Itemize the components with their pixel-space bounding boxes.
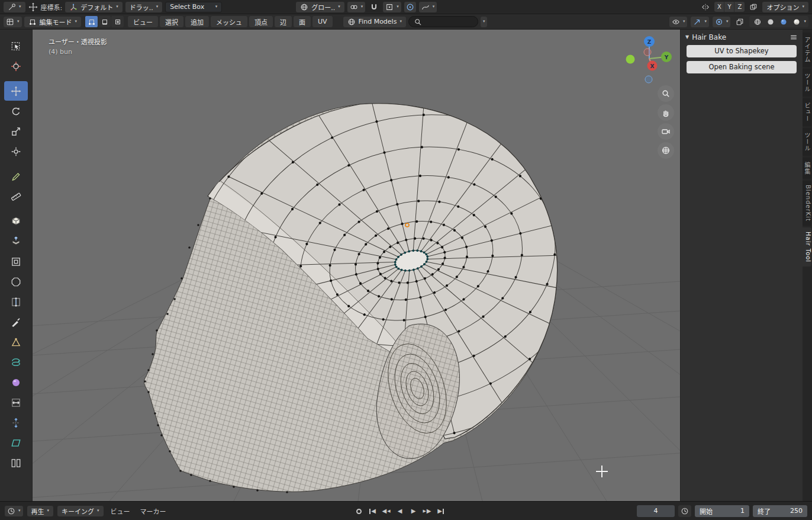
gizmos-dropdown[interactable]: ▾ [691, 17, 709, 27]
keying-dropdown[interactable]: キーイング ▾ [57, 506, 104, 516]
jump-to-start-button[interactable]: ◀ [366, 505, 379, 517]
tool-add-cube[interactable] [4, 211, 28, 231]
visibility-dropdown[interactable]: ▾ [669, 17, 688, 27]
perspective-toggle-button[interactable] [658, 142, 674, 159]
tool-select-box[interactable] [4, 36, 28, 56]
mode-dropdown[interactable]: 編集モード ▾ [24, 17, 82, 27]
timeline-menu-marker[interactable]: マーカー [137, 506, 169, 516]
menu-edge[interactable]: 辺 [275, 16, 292, 27]
menu-uv[interactable]: UV [312, 16, 333, 27]
select-mode-face[interactable] [111, 16, 124, 27]
snap-toggle-button[interactable] [368, 2, 380, 12]
menu-vertex[interactable]: 頂点 [249, 16, 273, 27]
tool-poly-build[interactable] [4, 332, 28, 352]
options-dropdown[interactable]: オプション ▾ [762, 2, 808, 12]
uv-to-shapekey-button[interactable]: UV to Shapekey [687, 45, 797, 57]
tool-edge-slide[interactable] [4, 393, 28, 412]
coord-system-dropdown[interactable]: デフォルト ▾ [65, 2, 123, 12]
xray-toggle-button[interactable] [734, 17, 746, 27]
tool-move[interactable] [4, 81, 28, 101]
3d-viewport[interactable]: ユーザー・透視投影 (4) bun Z Y X [33, 30, 680, 501]
tool-spin[interactable] [4, 352, 28, 372]
shading-wireframe-button[interactable] [752, 17, 763, 27]
tool-bevel[interactable] [4, 272, 28, 291]
gizmo-axis-ball[interactable] [644, 49, 651, 56]
camera-view-button[interactable] [658, 123, 674, 140]
playback-dropdown[interactable]: 再生 ▾ [27, 506, 54, 516]
mirror-x-button[interactable]: X [714, 2, 724, 12]
editor-type-timeline[interactable]: ▾ [5, 506, 23, 516]
play-button[interactable]: ▶ [407, 505, 420, 517]
menu-add[interactable]: 追加 [185, 16, 209, 27]
tool-cursor[interactable] [4, 56, 28, 76]
shading-rendered-button[interactable] [791, 17, 803, 27]
use-preview-range-button[interactable] [678, 505, 691, 517]
panel-menu-icon[interactable] [790, 33, 798, 41]
tool-transform[interactable] [4, 142, 28, 161]
pan-button[interactable] [658, 104, 674, 121]
model-search-input[interactable] [424, 18, 472, 25]
sidebar-tab-5[interactable]: BlenderKit [803, 181, 811, 226]
tool-smooth[interactable] [4, 373, 28, 392]
menu-view[interactable]: ビュー [128, 16, 158, 27]
select-box-dropdown[interactable]: Select Box ▾ [165, 2, 222, 12]
mirror-z-button[interactable]: Z [734, 2, 745, 12]
search-options-dropdown[interactable]: ▾ [481, 17, 488, 27]
tool-shear[interactable] [4, 433, 28, 452]
record-button[interactable] [353, 505, 365, 517]
menu-face[interactable]: 面 [294, 16, 311, 27]
overlays-dropdown[interactable]: ▾ [713, 17, 731, 27]
tool-rotate[interactable] [4, 101, 28, 121]
viewport-canvas[interactable] [33, 30, 680, 501]
mirror-y-button[interactable]: Y [724, 2, 734, 12]
navigation-gizmo[interactable]: Z Y X [623, 32, 676, 85]
symmetry-button[interactable] [700, 2, 711, 12]
hair-bake-panel-header[interactable]: ▼ Hair Bake [681, 30, 803, 43]
sidebar-tab-6[interactable]: Hair Tool [803, 227, 811, 267]
zoom-button[interactable] [658, 85, 674, 102]
play-reverse-button[interactable]: ◀ [394, 505, 406, 517]
editor-type-3d-viewport[interactable]: ▾ [4, 17, 22, 27]
tool-inset-faces[interactable] [4, 252, 28, 271]
current-frame-field[interactable]: 4 [637, 505, 675, 517]
tool-extrude-region[interactable] [4, 232, 28, 251]
transform-orientation-dropdown[interactable]: グロー.. ▾ [296, 2, 344, 12]
tool-scale[interactable] [4, 121, 28, 141]
sidebar-tab-3[interactable]: ツール [803, 128, 811, 156]
select-mode-edge[interactable] [98, 16, 111, 27]
tool-loop-cut[interactable] [4, 292, 28, 312]
open-baking-scene-button[interactable]: Open Baking scene [687, 61, 797, 73]
tool-knife[interactable] [4, 312, 28, 332]
drag-mode-dropdown[interactable]: ドラッ.. ▾ [125, 2, 163, 12]
shading-material-button[interactable] [778, 17, 790, 27]
snap-target-dropdown[interactable]: ▾ [383, 2, 401, 12]
timeline-menu-view[interactable]: ビュー [108, 506, 133, 516]
pivot-point-dropdown[interactable]: ▾ [347, 2, 366, 12]
proportional-falloff-dropdown[interactable]: ▾ [419, 2, 437, 12]
tool-annotate[interactable] [4, 166, 28, 186]
snap-windows-button[interactable] [747, 2, 759, 12]
frame-start-field[interactable]: 開始 1 [695, 505, 749, 517]
menu-select[interactable]: 選択 [160, 16, 183, 27]
editor-type-select[interactable]: ▾ [4, 2, 25, 12]
find-models-dropdown[interactable]: Find Models ▾ [343, 17, 406, 27]
sidebar-tab-4[interactable]: 編集 [803, 158, 811, 179]
model-search-field[interactable] [408, 16, 478, 27]
select-mode-vertex[interactable] [85, 16, 98, 27]
jump-to-end-button[interactable]: ▶ [434, 505, 447, 517]
proportional-editing-toggle[interactable] [404, 2, 416, 12]
tool-measure[interactable] [4, 187, 28, 206]
previous-keyframe-button[interactable]: ◀◀ [380, 505, 392, 517]
gizmo-axis-ball[interactable] [626, 55, 635, 64]
sidebar-tab-1[interactable]: ツール [803, 69, 811, 97]
tool-shrink-fatten[interactable] [4, 413, 28, 432]
shading-solid-button[interactable] [765, 17, 776, 27]
sidebar-tab-2[interactable]: ビュー [803, 98, 811, 126]
gizmo-axis-ball[interactable] [645, 76, 652, 83]
tool-rip-region[interactable] [4, 453, 28, 473]
panel-title: Hair Bake [692, 33, 726, 41]
menu-mesh[interactable]: メッシュ [211, 16, 247, 27]
next-keyframe-button[interactable]: ▶▶ [421, 505, 433, 517]
frame-end-field[interactable]: 終了 250 [753, 505, 807, 517]
sidebar-tab-0[interactable]: アイテム [803, 33, 811, 67]
